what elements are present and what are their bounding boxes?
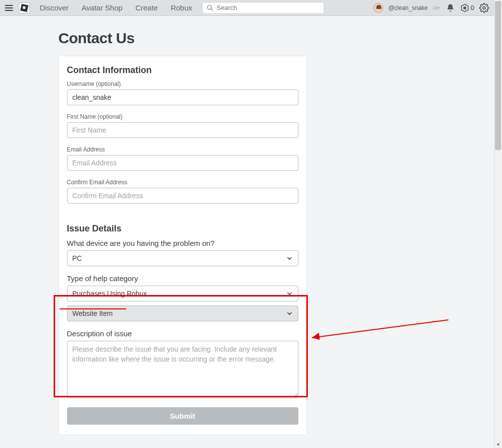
search-box[interactable]: [202, 2, 324, 14]
notifications-icon[interactable]: [445, 3, 455, 13]
svg-point-3: [464, 6, 466, 9]
device-select[interactable]: PC: [67, 250, 298, 266]
category-label: Type of help category: [67, 274, 298, 283]
nav-right: @clean_snake 13+ 0: [373, 3, 489, 13]
category-select[interactable]: Purchases Using Robux: [67, 286, 298, 301]
annotation-underline: [60, 308, 126, 309]
email-label: Email Address: [67, 146, 298, 153]
search-input[interactable]: [216, 4, 320, 11]
confirm-email-label: Confirm Email Address: [67, 179, 298, 186]
scroll-thumb[interactable]: [495, 1, 501, 150]
contact-form-card: Contact Information Username (optional) …: [59, 56, 307, 435]
search-icon: [207, 4, 214, 11]
robux-count: 0: [471, 4, 474, 11]
username-input[interactable]: [67, 89, 298, 105]
scroll-down-arrow[interactable]: ▾: [494, 440, 502, 448]
settings-icon[interactable]: [479, 3, 489, 13]
firstname-input[interactable]: [67, 122, 298, 138]
svg-point-0: [208, 5, 212, 9]
issue-details-heading: Issue Details: [67, 224, 298, 234]
firstname-label: First Name (optional): [67, 113, 298, 120]
menu-icon[interactable]: [5, 3, 15, 13]
age-badge: 13+: [432, 5, 440, 10]
contact-info-heading: Contact Information: [67, 65, 298, 75]
confirm-email-input[interactable]: [67, 188, 298, 204]
top-nav: Discover Avatar Shop Create Robux @clean…: [0, 0, 494, 16]
nav-links: Discover Avatar Shop Create Robux: [40, 3, 192, 12]
submit-button[interactable]: Submit: [67, 407, 298, 425]
nav-robux[interactable]: Robux: [171, 3, 192, 12]
robux-icon: [460, 3, 469, 12]
description-label: Description of issue: [67, 329, 298, 338]
nav-create[interactable]: Create: [136, 3, 158, 12]
svg-point-4: [483, 6, 486, 9]
username-label: Username (optional): [67, 80, 298, 87]
browser-scrollbar[interactable]: ▴ ▾: [494, 0, 502, 448]
avatar[interactable]: [373, 3, 383, 13]
nav-username[interactable]: @clean_snake: [388, 4, 428, 11]
nav-discover[interactable]: Discover: [40, 3, 69, 12]
page-title: Contact Us: [59, 30, 436, 47]
roblox-logo[interactable]: [19, 2, 30, 13]
description-textarea[interactable]: [67, 341, 298, 398]
device-label: What device are you having the problem o…: [67, 239, 298, 247]
robux-balance[interactable]: 0: [460, 3, 474, 12]
subcategory-select[interactable]: Website Item: [67, 305, 298, 321]
svg-line-1: [211, 8, 213, 10]
email-input[interactable]: [67, 155, 298, 171]
nav-avatar-shop[interactable]: Avatar Shop: [81, 3, 122, 12]
